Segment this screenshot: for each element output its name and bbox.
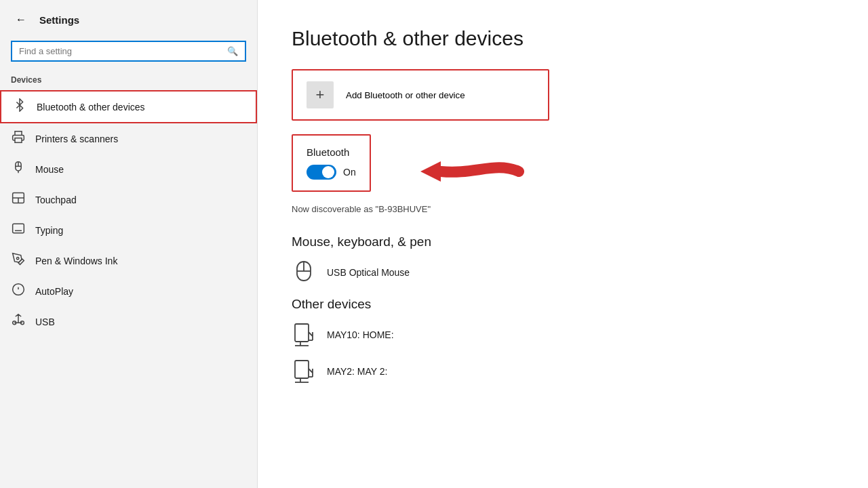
printers-icon (11, 130, 26, 147)
sidebar-item-touchpad-label: Touchpad (35, 195, 77, 205)
back-icon: ← (16, 14, 26, 26)
mouse-keyboard-title: Mouse, keyboard, & pen (292, 235, 834, 249)
bluetooth-card: Bluetooth On (292, 134, 371, 192)
add-device-label: Add Bluetooth or other device (346, 90, 465, 100)
typing-icon (11, 222, 26, 239)
sidebar-item-typing-label: Typing (35, 225, 63, 236)
usb-icon (11, 313, 26, 330)
back-button[interactable]: ← (11, 9, 31, 30)
sidebar-item-typing[interactable]: Typing (0, 215, 257, 245)
bluetooth-toggle-row: On (307, 165, 356, 180)
sidebar-item-mouse[interactable]: Mouse (0, 154, 257, 184)
usb-mouse-icon (292, 260, 316, 285)
main-content: Bluetooth & other devices + Add Bluetoot… (258, 0, 868, 488)
svg-point-17 (17, 258, 19, 260)
sidebar: ← Settings 🔍 Devices Bluetooth & other d… (0, 0, 258, 488)
sidebar-header: ← Settings (0, 0, 257, 37)
list-item: USB Optical Mouse (292, 260, 834, 285)
usb-mouse-label: USB Optical Mouse (327, 267, 410, 278)
may10-label: MAY10: HOME: (327, 329, 394, 340)
sidebar-item-usb-label: USB (35, 317, 55, 327)
may2-icon (292, 359, 316, 384)
svg-rect-32 (295, 361, 309, 378)
sidebar-item-usb[interactable]: USB (0, 306, 257, 337)
svg-marker-22 (420, 161, 441, 182)
svg-rect-0 (15, 138, 22, 143)
page-title: Bluetooth & other devices (292, 27, 834, 50)
sidebar-item-mouse-label: Mouse (35, 164, 64, 175)
add-icon: + (307, 81, 334, 108)
may2-label: MAY2: MAY 2: (327, 366, 387, 377)
search-icon: 🔍 (227, 46, 238, 56)
other-devices-title: Other devices (292, 297, 834, 312)
list-item: MAY10: HOME: (292, 323, 834, 347)
bluetooth-card-title: Bluetooth (307, 146, 356, 158)
sidebar-item-bluetooth[interactable]: Bluetooth & other devices (0, 90, 257, 123)
svg-rect-7 (13, 224, 24, 232)
devices-section-label: Devices (0, 71, 257, 90)
discoverable-text: Now discoverable as "B-93BHUVE" (292, 204, 834, 214)
bluetooth-section-wrapper: Bluetooth On (292, 134, 371, 199)
mouse-keyboard-section: Mouse, keyboard, & pen USB Optical Mouse (292, 235, 834, 285)
list-item: MAY2: MAY 2: (292, 359, 834, 384)
svg-rect-26 (295, 324, 309, 342)
sidebar-item-touchpad[interactable]: Touchpad (0, 184, 257, 215)
sidebar-item-printers[interactable]: Printers & scanners (0, 123, 257, 154)
sidebar-item-autoplay[interactable]: AutoPlay (0, 276, 257, 306)
sidebar-item-printers-label: Printers & scanners (35, 134, 118, 144)
sidebar-item-bluetooth-label: Bluetooth & other devices (37, 102, 145, 113)
touchpad-icon (11, 191, 26, 208)
sidebar-item-pen-label: Pen & Windows Ink (35, 256, 117, 266)
pen-icon (11, 252, 26, 269)
may10-icon (292, 323, 316, 347)
bluetooth-toggle-label: On (343, 167, 356, 178)
bluetooth-toggle[interactable] (307, 165, 336, 180)
bluetooth-icon (12, 98, 27, 115)
search-input[interactable] (19, 46, 227, 56)
sidebar-title: Settings (39, 14, 79, 26)
add-device-button[interactable]: + Add Bluetooth or other device (292, 69, 549, 121)
annotation-arrow (420, 141, 529, 202)
sidebar-item-autoplay-label: AutoPlay (35, 286, 73, 297)
other-devices-section: Other devices MAY10: HOME: (292, 297, 834, 384)
toggle-thumb (322, 166, 334, 178)
mouse-icon (11, 161, 26, 178)
autoplay-icon (11, 283, 26, 300)
sidebar-item-pen[interactable]: Pen & Windows Ink (0, 245, 257, 276)
search-box[interactable]: 🔍 (11, 41, 246, 62)
